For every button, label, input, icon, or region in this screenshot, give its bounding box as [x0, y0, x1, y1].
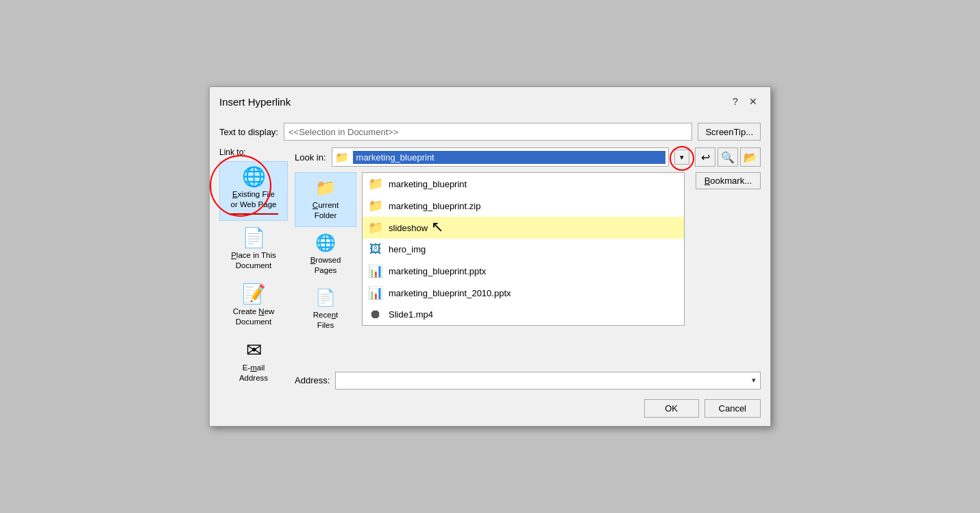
look-in-folder-icon: 📁 — [335, 151, 349, 164]
place-document-icon: 📄 — [242, 228, 266, 248]
help-button[interactable]: ? — [728, 94, 743, 109]
file-list-wrapper: 📁 marketing_blueprint 📁 marketing_bluepr… — [362, 172, 685, 366]
create-new-icon: 📝 — [242, 285, 266, 304]
file-name-4: hero_img — [389, 244, 426, 254]
text-display-row: Text to display: ScreenTip... — [219, 123, 761, 141]
toolbar-buttons: ↩ 🔍 📂 — [695, 147, 761, 167]
cursor-icon: ↖ — [431, 218, 443, 236]
current-folder-label: CurrentFolder — [313, 200, 339, 221]
text-display-input[interactable] — [284, 123, 692, 141]
shortcut-panel: 📁 CurrentFolder 🌐 BrowsedPages 📄 RecentF… — [295, 172, 356, 366]
address-label: Address: — [295, 375, 330, 385]
dialog-body: Text to display: ScreenTip... Link to: 🌐… — [210, 115, 770, 426]
title-buttons: ? ✕ — [728, 94, 761, 109]
pptx-icon-2: 📊 — [368, 285, 383, 300]
content-area: 📁 CurrentFolder 🌐 BrowsedPages 📄 RecentF… — [295, 172, 761, 366]
nav-place-document[interactable]: 📄 Place in ThisDocument — [219, 222, 288, 277]
right-area: Look in: 📁 marketing_blueprint ▾ ↩ 🔍 📂 — [295, 147, 761, 390]
dialog-title: Insert Hyperlink — [219, 96, 291, 108]
ok-button[interactable]: OK — [644, 399, 699, 418]
nav-create-new[interactable]: 📝 Create NewDocument — [219, 278, 288, 333]
file-item-marketing-zip[interactable]: 📁 marketing_blueprint.zip — [363, 195, 684, 217]
file-item-pptx[interactable]: 📊 marketing_blueprint.pptx — [363, 260, 684, 282]
file-item-pptx-2010[interactable]: 📊 marketing_blueprint_2010.pptx — [363, 282, 684, 304]
shortcut-browsed-pages[interactable]: 🌐 BrowsedPages — [295, 227, 356, 282]
create-new-label: Create NewDocument — [233, 307, 275, 327]
browsed-pages-icon: 🌐 — [315, 233, 336, 252]
shortcut-current-folder[interactable]: 📁 CurrentFolder — [295, 172, 356, 227]
look-in-row: Look in: 📁 marketing_blueprint ▾ ↩ 🔍 📂 — [295, 147, 761, 167]
folder-icon-2: 📁 — [368, 220, 383, 235]
link-to-label: Link to: — [219, 147, 288, 157]
bookmark-button[interactable]: Bookmark... — [696, 172, 761, 189]
existing-file-icon: 🌐 — [242, 167, 266, 187]
file-name-7: Slide1.mp4 — [389, 309, 433, 320]
file-name-1: marketing_blueprint — [389, 179, 467, 189]
bottom-buttons: OK Cancel — [219, 396, 761, 418]
search-web-button[interactable]: 🔍 — [718, 147, 738, 167]
file-item-slideshow[interactable]: 📁 slideshow ↖ — [363, 217, 684, 239]
browsed-pages-label: BrowsedPages — [310, 255, 341, 276]
dropdown-btn-wrapper: ▾ — [674, 150, 689, 165]
close-button[interactable]: ✕ — [746, 94, 761, 109]
file-item-hero[interactable]: 🖼 hero_img — [363, 239, 684, 260]
existing-file-label: Existing Fileor Web Page — [231, 189, 277, 210]
file-name-2: marketing_blueprint.zip — [389, 201, 480, 211]
place-document-label: Place in ThisDocument — [231, 250, 276, 271]
main-content: Link to: 🌐 Existing Fileor Web Page 📄 Pl… — [219, 147, 761, 390]
look-in-label: Look in: — [295, 152, 326, 163]
address-dropdown-chevron[interactable]: ▾ — [752, 376, 756, 385]
address-input[interactable]: ▾ — [335, 372, 761, 390]
nav-existing-file[interactable]: 🌐 Existing Fileor Web Page — [219, 161, 288, 221]
file-name-5: marketing_blueprint.pptx — [389, 266, 486, 276]
file-item-mp4[interactable]: ⏺ Slide1.mp4 — [363, 304, 684, 325]
title-bar: Insert Hyperlink ? ✕ — [210, 87, 770, 115]
screentip-button[interactable]: ScreenTip... — [698, 123, 761, 141]
cancel-button[interactable]: Cancel — [705, 399, 761, 418]
nav-underline — [229, 213, 278, 215]
mp4-icon: ⏺ — [368, 307, 383, 322]
right-side-buttons: Bookmark... — [690, 172, 761, 366]
file-item-marketing-blueprint[interactable]: 📁 marketing_blueprint — [363, 173, 684, 195]
email-label: E-mailAddress — [239, 363, 268, 383]
link-to-nav: Link to: 🌐 Existing Fileor Web Page 📄 Pl… — [219, 147, 295, 390]
recent-files-icon: 📄 — [315, 288, 336, 307]
look-in-dropdown[interactable]: 📁 marketing_blueprint — [332, 147, 669, 167]
image-icon: 🖼 — [368, 242, 383, 256]
recent-files-label: RecentFiles — [313, 310, 338, 331]
folder-icon-1: 📁 — [368, 176, 383, 191]
insert-hyperlink-dialog: Insert Hyperlink ? ✕ Text to display: Sc… — [209, 86, 771, 427]
file-name-6: marketing_blueprint_2010.pptx — [389, 288, 511, 298]
pptx-icon-1: 📊 — [368, 263, 383, 278]
zip-icon: 📁 — [368, 198, 383, 213]
look-in-dropdown-button[interactable]: ▾ — [674, 150, 689, 165]
text-display-label: Text to display: — [219, 127, 278, 137]
file-name-3: slideshow — [389, 223, 428, 233]
folder-button[interactable]: 📂 — [740, 147, 761, 167]
back-button[interactable]: ↩ — [695, 147, 715, 167]
nav-email[interactable]: ✉ E-mailAddress — [219, 335, 288, 390]
email-icon: ✉ — [246, 341, 262, 360]
look-in-value: marketing_blueprint — [353, 151, 665, 164]
address-row: Address: ▾ — [295, 372, 761, 390]
shortcut-recent-files[interactable]: 📄 RecentFiles — [295, 282, 356, 337]
file-list: 📁 marketing_blueprint 📁 marketing_bluepr… — [362, 172, 685, 326]
current-folder-icon: 📁 — [315, 178, 336, 198]
